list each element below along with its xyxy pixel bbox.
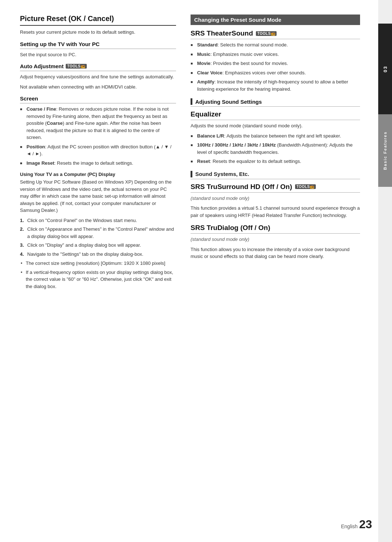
srs-theater-bullets: Standard: Selects the normal sound mode.… xyxy=(191,41,360,93)
footer: English 23 xyxy=(341,518,372,531)
using-tv-computer-intro: Setting Up Your PC Software (Based on Wi… xyxy=(20,178,176,214)
picture-reset-section: Picture Reset (OK / Cancel) Resets your … xyxy=(20,15,176,36)
equalizer-description: Adjusts the sound mode (standard sound m… xyxy=(191,122,360,130)
srs-trudialog-heading: SRS TruDialog (Off / On) xyxy=(191,224,360,234)
setting-up-tv-heading: Setting up the TV with Your PC xyxy=(20,41,176,49)
main-content: Picture Reset (OK / Cancel) Resets your … xyxy=(0,0,378,306)
srs-bullet-movie: Movie: Provides the best sound for movie… xyxy=(191,60,360,67)
srs-trusurround-note: (standard sound mode only) xyxy=(191,195,360,202)
srs-trudialog-section: SRS TruDialog (Off / On) (standard sound… xyxy=(191,224,360,260)
srs-bullet-music: Music: Emphasizes music over voices. xyxy=(191,51,360,58)
sound-systems-heading: Sound Systems, Etc. xyxy=(191,171,360,179)
picture-reset-title: Picture Reset (OK / Cancel) xyxy=(20,15,176,26)
screen-bullets: Coarse / Fine: Removes or reduces pictur… xyxy=(20,106,176,167)
step-1: Click on "Control Panel" on the Windows … xyxy=(20,217,176,224)
adjusting-sound-section: Adjusting Sound Settings xyxy=(191,98,360,107)
side-tab: 03 Basic Features xyxy=(378,0,392,542)
tools-badge-srs: TOOLS📻 xyxy=(256,31,277,36)
auto-adjustment-description: Adjust frequency values/positions and fi… xyxy=(20,73,176,81)
srs-trusurround-heading: SRS TruSurround HD (Off / On) TOOLS📻 xyxy=(191,183,360,193)
equalizer-bullet-reset: Reset: Resets the equalizer to its defau… xyxy=(191,158,360,165)
screen-bullet-1: Coarse / Fine: Removes or reduces pictur… xyxy=(20,106,176,141)
srs-trudialog-description: This function allows you to increase the… xyxy=(191,246,360,260)
srs-trusurround-description: This function provides a virtual 5.1 cha… xyxy=(191,205,360,219)
left-column: Picture Reset (OK / Cancel) Resets your … xyxy=(20,15,187,292)
auto-adjustment-note: Not available when connecting with an HD… xyxy=(20,83,176,91)
footer-english-label: English xyxy=(341,523,358,529)
changing-preset-bar: Changing the Preset Sound Mode xyxy=(191,15,360,25)
dot-1: The correct size setting (resolution) [O… xyxy=(20,260,176,267)
srs-bullet-standard: Standard: Selects the normal sound mode. xyxy=(191,41,360,49)
equalizer-bullet-balance: Balance L/R: Adjusts the balance between… xyxy=(191,132,360,140)
using-tv-dots: The correct size setting (resolution) [O… xyxy=(20,260,176,290)
srs-theater-section: SRS TheaterSound TOOLS📻 Standard: Select… xyxy=(191,29,360,93)
srs-bullet-amplify: Amplify: Increase the intensity of high-… xyxy=(191,78,360,93)
right-column: Changing the Preset Sound Mode SRS Theat… xyxy=(187,15,360,292)
using-tv-steps: Click on "Control Panel" on the Windows … xyxy=(20,217,176,258)
side-tab-label: Basic Features xyxy=(383,131,387,170)
adjusting-sound-heading: Adjusting Sound Settings xyxy=(191,98,360,107)
equalizer-heading: Equalizer xyxy=(191,110,360,120)
screen-bullet-2: Position: Adjust the PC screen position … xyxy=(20,143,176,157)
using-tv-computer-heading: Using Your TV as a Computer (PC) Display xyxy=(20,172,176,177)
auto-adjustment-heading: Auto Adjustment TOOLS📻 xyxy=(20,63,176,71)
dot-2: If a vertical-frequency option exists on… xyxy=(20,269,176,290)
srs-trusurround-section: SRS TruSurround HD (Off / On) TOOLS📻 (st… xyxy=(191,183,360,219)
srs-bullet-clearvoice: Clear Voice: Emphasizes voices over othe… xyxy=(191,69,360,77)
chapter-number: 03 xyxy=(383,66,388,72)
step-2: Click on "Appearance and Themes" in the … xyxy=(20,226,176,240)
auto-adjustment-section: Auto Adjustment TOOLS📻 Adjust frequency … xyxy=(20,63,176,90)
step-3: Click on "Display" and a display dialog … xyxy=(20,242,176,249)
tools-badge-auto: TOOLS📻 xyxy=(66,64,86,69)
using-tv-computer-section: Using Your TV as a Computer (PC) Display… xyxy=(20,172,176,290)
picture-reset-description: Resets your current picture mode to its … xyxy=(20,29,176,36)
equalizer-bullet-freq: 100Hz / 300Hz / 1kHz / 3kHz / 10kHz (Ban… xyxy=(191,141,360,156)
setting-up-tv-description: Set the input source to PC. xyxy=(20,51,176,58)
sound-systems-section: Sound Systems, Etc. xyxy=(191,171,360,179)
screen-heading: Screen xyxy=(20,95,176,103)
tools-badge-trusurround: TOOLS📻 xyxy=(295,184,316,189)
setting-up-tv-section: Setting up the TV with Your PC Set the i… xyxy=(20,41,176,58)
srs-trudialog-note: (standard sound mode only) xyxy=(191,236,360,243)
equalizer-section: Equalizer Adjusts the sound mode (standa… xyxy=(191,110,360,165)
step-4: Navigate to the "Settings" tab on the di… xyxy=(20,251,176,258)
equalizer-bullets: Balance L/R: Adjusts the balance between… xyxy=(191,132,360,165)
screen-bullet-3: Image Reset: Resets the image to default… xyxy=(20,160,176,167)
screen-section: Screen Coarse / Fine: Removes or reduces… xyxy=(20,95,176,167)
srs-theater-heading: SRS TheaterSound TOOLS📻 xyxy=(191,29,360,39)
footer-page-number: 23 xyxy=(359,518,372,531)
